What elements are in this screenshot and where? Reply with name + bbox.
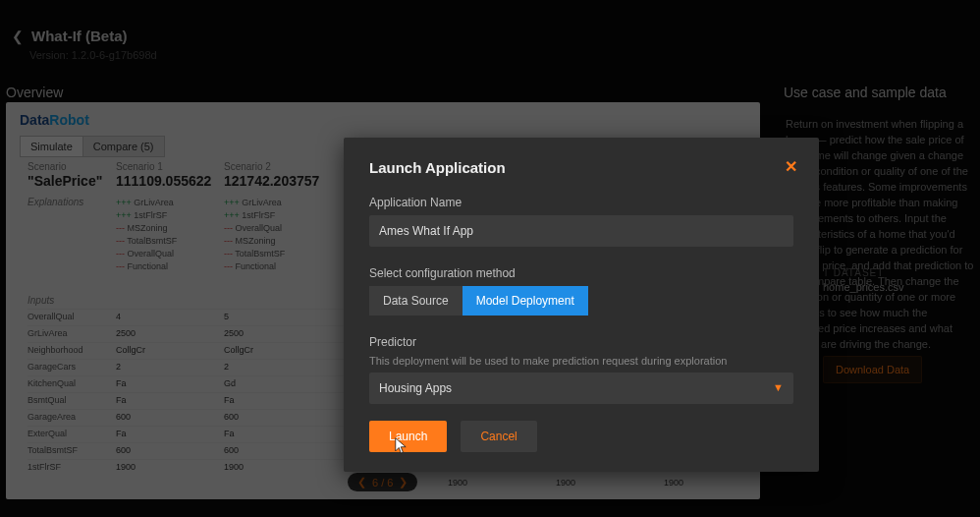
app-name-input[interactable] bbox=[369, 215, 793, 247]
config-model-deployment[interactable]: Model Deployment bbox=[463, 286, 588, 316]
launch-application-modal: Launch Application ✕ Application Name Se… bbox=[344, 138, 819, 472]
launch-button[interactable]: Launch bbox=[369, 421, 447, 452]
predictor-label: Predictor bbox=[369, 335, 793, 349]
predictor-select[interactable]: Housing Apps ▼ bbox=[369, 373, 793, 404]
config-method-segmented: Data Source Model Deployment bbox=[369, 286, 793, 316]
app-name-label: Application Name bbox=[369, 196, 793, 209]
modal-actions: Launch Cancel bbox=[369, 421, 537, 452]
close-icon[interactable]: ✕ bbox=[785, 157, 797, 176]
config-data-source[interactable]: Data Source bbox=[369, 286, 463, 316]
predictor-value: Housing Apps bbox=[379, 381, 452, 395]
cancel-button[interactable]: Cancel bbox=[461, 421, 536, 452]
chevron-down-icon: ▼ bbox=[773, 381, 784, 393]
predictor-hint: This deployment will be used to make pre… bbox=[369, 355, 793, 367]
config-method-label: Select configuration method bbox=[369, 266, 793, 280]
modal-title: Launch Application bbox=[369, 159, 793, 176]
